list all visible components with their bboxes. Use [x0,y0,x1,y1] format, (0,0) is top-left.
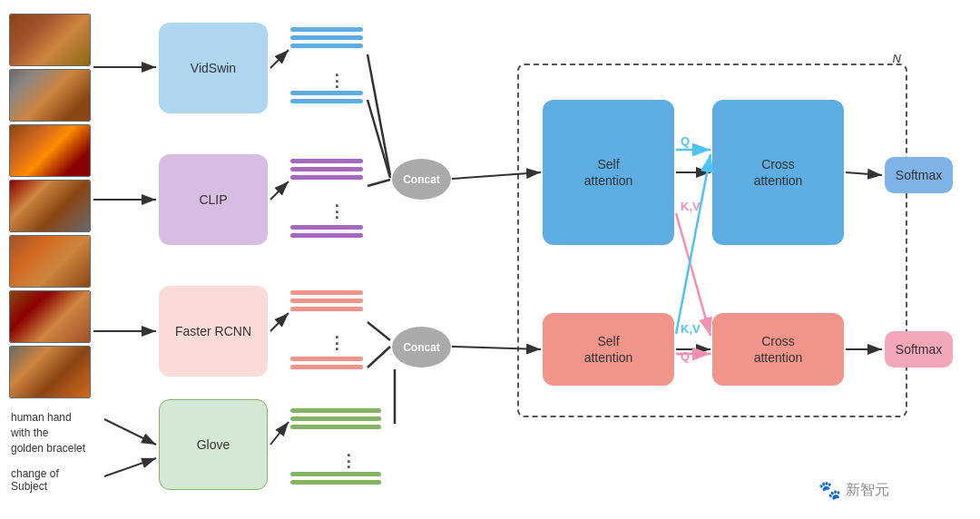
svg-line-10 [368,100,390,178]
glove-features [290,408,381,429]
cross-attention-top: Crossattention [712,100,844,245]
q-label-top: Q [681,134,690,148]
faster-rcnn-module: Faster RCNN [159,286,268,377]
svg-line-12 [368,322,390,340]
vidswin-features [290,27,363,48]
svg-line-7 [270,313,289,331]
video-frame-6 [9,290,91,343]
svg-line-9 [368,54,390,175]
softmax-top: Softmax [885,157,953,193]
glove-line-4 [290,472,381,476]
frcnn-line-4 [290,357,363,361]
vidswin-dots: ⋮ [328,71,345,91]
feature-line-5 [290,99,363,103]
clip-line-5 [290,233,363,238]
self-attention-top: Selfattention [543,100,674,245]
svg-line-5 [270,50,289,68]
vidswin-features-2 [290,91,363,103]
glove-line-1 [290,408,381,413]
feature-line-2 [290,35,363,40]
frcnn-line-1 [290,290,363,295]
svg-line-8 [270,422,289,445]
frcnn-features-2 [290,357,363,369]
watermark: 🐾 新智元 [818,479,889,501]
clip-features [290,159,363,180]
frcnn-line-2 [290,299,363,303]
kv-label-top: K,V [681,200,701,213]
clip-dots: ⋮ [328,201,345,221]
video-frame-3 [9,124,91,177]
video-frame-2 [9,69,91,122]
clip-line-3 [290,175,363,180]
video-frames-column [9,14,91,398]
svg-line-13 [368,347,390,367]
self-attention-bottom: Selfattention [543,313,674,386]
kv-label-bottom: K,V [681,322,701,336]
architecture-diagram: VidSwin CLIP Faster RCNN Glove ⋮ ⋮ ⋮ [0,0,980,519]
frcnn-features [290,290,363,311]
n-label: N [893,52,901,65]
clip-line-4 [290,225,363,230]
glove-dots: ⋮ [340,451,357,471]
feature-line-4 [290,91,363,95]
glove-line-5 [290,480,381,485]
softmax-bottom: Softmax [885,331,953,367]
clip-module: CLIP [159,154,268,245]
cross-attention-bottom: Crossattention [712,313,844,386]
video-frame-1 [9,14,91,66]
svg-line-3 [104,419,156,445]
svg-line-4 [104,458,156,476]
frcnn-line-5 [290,365,363,369]
glove-line-3 [290,425,381,429]
clip-line-2 [290,167,363,171]
text-label-1: human handwith thegolden bracelet [11,410,85,455]
svg-line-6 [270,181,289,200]
frcnn-line-3 [290,307,363,311]
q-label-bottom: Q [681,349,690,363]
clip-features-2 [290,225,363,238]
glove-features-2 [290,472,381,485]
frcnn-dots: ⋮ [328,333,345,353]
glove-line-2 [290,416,381,421]
glove-module: Glove [159,399,268,490]
feature-line-3 [290,44,363,48]
concat-bottom: Concat [392,327,451,367]
text-label-2: change ofSubject [11,467,59,493]
feature-line-1 [290,27,363,32]
vidswin-module: VidSwin [159,23,268,113]
concat-top: Concat [392,159,451,200]
clip-line-1 [290,159,363,163]
video-frame-4 [9,180,91,232]
video-frame-7 [9,346,91,398]
video-frame-5 [9,235,91,288]
svg-line-11 [368,180,390,186]
